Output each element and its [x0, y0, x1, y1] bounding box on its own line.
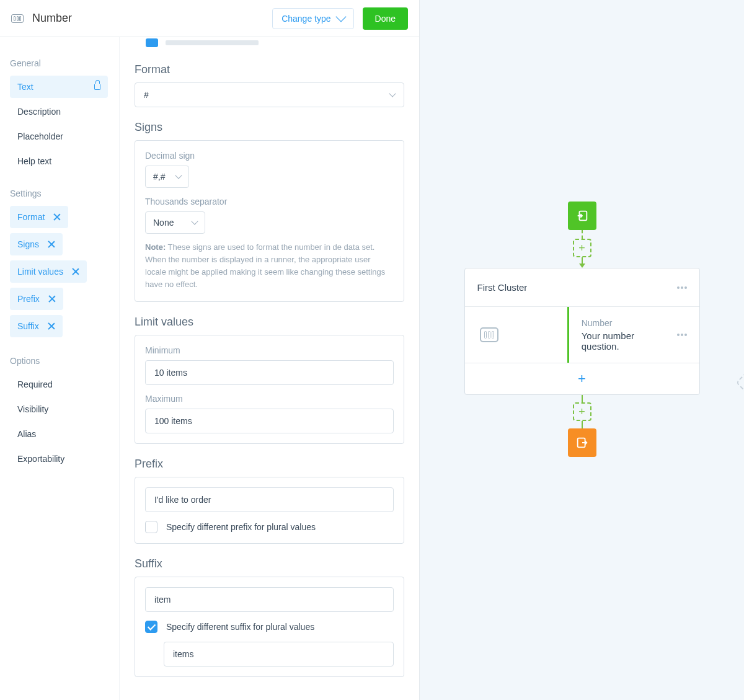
- minimum-field[interactable]: [154, 368, 384, 378]
- sidebar-heading-settings: Settings: [10, 188, 108, 198]
- editor-header: Number Change type Done: [0, 0, 419, 37]
- sidebar-item-suffix[interactable]: Suffix: [10, 315, 63, 337]
- cluster-header[interactable]: First Cluster: [465, 268, 699, 307]
- done-button[interactable]: Done: [363, 7, 408, 30]
- sidebar-item-exportability[interactable]: Exportability: [10, 448, 108, 470]
- prefix-plural-label: Specify different prefix for plural valu…: [166, 522, 316, 532]
- suffix-plural-input[interactable]: [164, 642, 394, 667]
- thousands-separator-select[interactable]: None: [145, 211, 205, 234]
- block-type-label: Number: [582, 318, 666, 328]
- sidebar-heading-options: Options: [10, 356, 108, 366]
- sidebar-item-description[interactable]: Description: [10, 100, 108, 123]
- sidebar-item-label: Limit values: [17, 267, 63, 277]
- close-icon[interactable]: [48, 241, 55, 248]
- sidebar-item-label: Alias: [17, 429, 100, 439]
- sidebar-item-label: Visibility: [17, 404, 100, 414]
- prefix-plural-checkbox[interactable]: [145, 521, 157, 533]
- minimum-input[interactable]: [145, 360, 394, 385]
- note-text: These signs are used to format the numbe…: [145, 242, 385, 289]
- page-title: Number: [32, 12, 72, 25]
- plus-icon: +: [578, 371, 586, 387]
- minimum-label: Minimum: [145, 345, 394, 355]
- number-type-icon: [11, 14, 24, 23]
- add-branch-button[interactable]: +: [735, 362, 744, 402]
- block-question-text: Your number question.: [582, 330, 666, 352]
- arrow-down-icon: [579, 264, 585, 268]
- previous-section-stub: [142, 37, 404, 48]
- section-title-prefix: Prefix: [135, 458, 404, 471]
- sidebar: General Text Description Placeholder Hel…: [0, 37, 119, 700]
- flow-canvas[interactable]: + First Cluster Number Your number quest…: [420, 0, 744, 700]
- sidebar-item-visibility[interactable]: Visibility: [10, 398, 108, 420]
- sidebar-item-required[interactable]: Required: [10, 373, 108, 396]
- section-title-format: Format: [135, 63, 404, 76]
- settings-content: Format # Signs Decimal sign #,# Thousand…: [119, 37, 419, 700]
- sidebar-item-format[interactable]: Format: [10, 206, 68, 228]
- sidebar-item-label: Help text: [17, 156, 100, 166]
- close-icon[interactable]: [72, 268, 79, 275]
- start-node[interactable]: [568, 202, 596, 230]
- add-node-bottom[interactable]: +: [573, 402, 591, 421]
- section-title-signs: Signs: [135, 121, 404, 134]
- suffix-input[interactable]: [145, 587, 394, 612]
- sidebar-item-label: Format: [17, 212, 45, 222]
- suffix-card: Specify different suffix for plural valu…: [135, 577, 404, 677]
- prefix-input[interactable]: [145, 487, 394, 512]
- signs-card: Decimal sign #,# Thousands separator Non…: [135, 140, 404, 302]
- chevron-down-icon: [192, 218, 198, 224]
- number-block-icon: [480, 327, 498, 342]
- add-node-top[interactable]: +: [573, 239, 591, 257]
- cluster-card[interactable]: First Cluster Number Your number questio…: [464, 268, 700, 395]
- maximum-field[interactable]: [154, 416, 384, 426]
- sidebar-item-placeholder[interactable]: Placeholder: [10, 125, 108, 148]
- signs-note: Note: These signs are used to format the…: [145, 241, 394, 291]
- end-node[interactable]: [568, 428, 596, 457]
- sidebar-item-label: Suffix: [17, 321, 39, 331]
- suffix-plural-label: Specify different suffix for plural valu…: [166, 622, 314, 632]
- sidebar-item-limit-values[interactable]: Limit values: [10, 260, 87, 283]
- sidebar-item-label: Exportability: [17, 454, 100, 464]
- limits-card: Minimum Maximum: [135, 335, 404, 444]
- prefix-field[interactable]: [154, 495, 384, 505]
- thousands-separator-value: None: [153, 218, 174, 228]
- add-question-button[interactable]: +: [465, 363, 699, 394]
- change-type-button[interactable]: Change type: [272, 8, 353, 29]
- suffix-plural-checkbox[interactable]: [145, 621, 157, 633]
- close-icon[interactable]: [53, 213, 61, 221]
- lock-icon: [94, 84, 100, 90]
- format-value: #: [144, 90, 149, 100]
- question-block[interactable]: Number Your number question.: [567, 307, 699, 363]
- section-title-suffix: Suffix: [135, 557, 404, 570]
- sidebar-item-help-text[interactable]: Help text: [10, 150, 108, 172]
- decimal-sign-label: Decimal sign: [145, 151, 394, 161]
- decimal-sign-value: #,#: [153, 172, 165, 182]
- sidebar-item-prefix[interactable]: Prefix: [10, 288, 63, 310]
- section-title-limit-values: Limit values: [135, 316, 404, 329]
- sidebar-item-text[interactable]: Text: [10, 76, 108, 98]
- sidebar-item-label: Description: [17, 107, 100, 117]
- sidebar-item-alias[interactable]: Alias: [10, 423, 108, 445]
- format-select[interactable]: #: [135, 82, 404, 107]
- sidebar-item-signs[interactable]: Signs: [10, 233, 63, 255]
- more-icon[interactable]: [677, 334, 687, 336]
- sidebar-item-label: Prefix: [17, 294, 40, 304]
- close-icon[interactable]: [48, 295, 56, 303]
- suffix-plural-field[interactable]: [173, 649, 384, 659]
- change-type-label: Change type: [281, 14, 330, 24]
- more-icon[interactable]: [677, 286, 687, 289]
- chevron-down-icon: [175, 172, 182, 179]
- chevron-down-icon: [335, 12, 346, 22]
- note-label: Note:: [145, 242, 166, 252]
- chevron-down-icon: [389, 90, 396, 97]
- thousands-separator-label: Thousands separator: [145, 197, 394, 206]
- sidebar-item-label: Signs: [17, 239, 39, 249]
- suffix-field[interactable]: [154, 595, 384, 605]
- prefix-card: Specify different prefix for plural valu…: [135, 477, 404, 544]
- decimal-sign-select[interactable]: #,#: [145, 166, 189, 188]
- sidebar-item-label: Text: [17, 82, 91, 92]
- sidebar-item-label: Placeholder: [17, 131, 100, 141]
- sidebar-item-label: Required: [17, 379, 100, 389]
- close-icon[interactable]: [48, 322, 55, 330]
- maximum-input[interactable]: [145, 409, 394, 433]
- cluster-title: First Cluster: [477, 282, 677, 293]
